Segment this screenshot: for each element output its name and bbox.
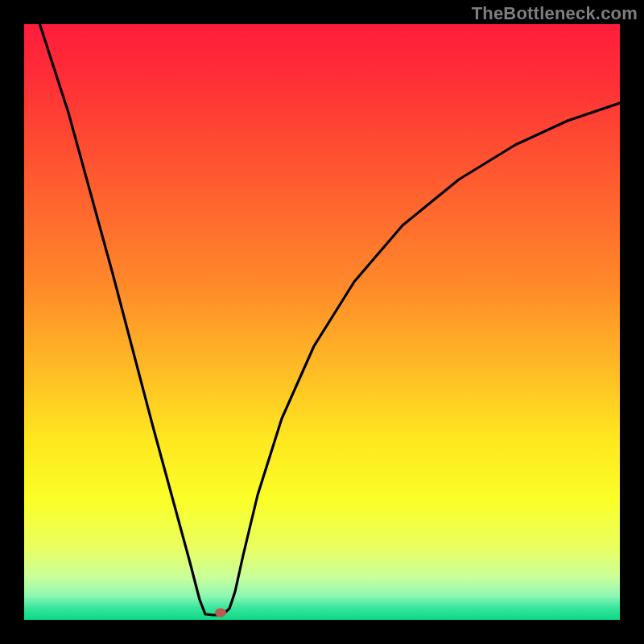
optimum-marker — [215, 609, 226, 617]
watermark-text: TheBottleneck.com — [472, 3, 638, 24]
chart-frame: TheBottleneck.com — [0, 0, 644, 644]
bottleneck-curve — [24, 24, 620, 620]
chart-plot-area — [24, 24, 620, 620]
